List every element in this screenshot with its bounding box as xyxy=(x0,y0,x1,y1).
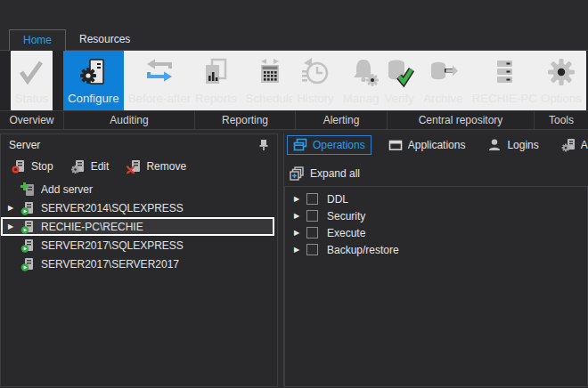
server-rack-icon xyxy=(489,55,519,89)
operations-tree: ▶ DDL ▶ Security ▶ Execute ▶ Backup/rest… xyxy=(284,186,588,387)
server-gear-icon xyxy=(561,138,576,152)
tree-item-execute[interactable]: ▶ Execute xyxy=(285,224,587,241)
tree-item-label: DDL xyxy=(327,193,348,206)
tab-logins[interactable]: Logins xyxy=(482,135,543,155)
app-window: Home Resources Status Overview xyxy=(0,0,588,388)
expand-arrow-icon[interactable]: ▶ xyxy=(290,195,303,203)
tree-item-label: Backup/restore xyxy=(327,244,399,256)
tree-item-label: SERVER2017\SQLEXPRESS xyxy=(41,239,184,252)
tab-applications-label: Applications xyxy=(408,139,466,151)
window-icon xyxy=(388,138,403,152)
tree-item-add-server[interactable]: ▶ Add server xyxy=(1,180,277,198)
tree-item-rechie-pc-rechie[interactable]: ▶ RECHIE-PC\RECHIE xyxy=(1,217,274,236)
expand-arrow-icon[interactable]: ▶ xyxy=(4,222,17,230)
server-running-icon xyxy=(20,257,35,271)
expand-arrow-icon[interactable]: ▶ xyxy=(290,212,303,220)
ribbon-group-label-overview: Overview xyxy=(0,110,63,129)
history-label: History xyxy=(297,92,333,105)
tab-home[interactable]: Home xyxy=(9,29,66,51)
archive-label: Archive xyxy=(423,92,462,105)
audit-tab-bar: Operations Applications xyxy=(284,133,588,157)
tree-item-label: SERVER2017\SERVER2017 xyxy=(41,258,179,271)
gear-icon xyxy=(546,55,576,89)
server-running-icon xyxy=(20,201,35,215)
tab-operations[interactable]: Operations xyxy=(287,135,372,155)
tree-item-backup-restore[interactable]: ▶ Backup/restore xyxy=(285,241,587,258)
configure-button[interactable]: Configure xyxy=(63,51,124,110)
tree-item-label: SERVER2014\SQLEXPRESS xyxy=(41,202,184,214)
tree-item-server2017-server2017[interactable]: ▶ SERVER2017\SERVER2017 xyxy=(1,255,277,273)
swap-arrows-icon xyxy=(144,55,175,89)
tab-all[interactable]: All xyxy=(556,135,588,155)
ribbon-group-label-auditing: Auditing xyxy=(64,110,194,129)
configure-server-icon xyxy=(78,55,109,89)
database-check-icon xyxy=(384,55,414,89)
options-button[interactable]: Options xyxy=(536,51,586,110)
ddl-checkbox[interactable] xyxy=(306,193,318,205)
server-panel: Server Stop xyxy=(0,133,278,387)
execute-checkbox[interactable] xyxy=(306,227,318,238)
ribbon-group-label-alerting: Alerting xyxy=(296,110,387,129)
tree-item-server2017-sqlexpress[interactable]: ▶ SERVER2017\SQLEXPRESS xyxy=(1,236,277,255)
cascade-windows-icon xyxy=(293,138,307,152)
reports-button[interactable]: Reports xyxy=(191,51,241,110)
report-pages-icon xyxy=(200,55,231,89)
backup-restore-checkbox[interactable] xyxy=(306,244,318,255)
edit-label: Edit xyxy=(91,160,110,173)
schedule-label: Schedule xyxy=(246,92,296,105)
tree-item-server2014-sqlexpress[interactable]: ▶ SERVER2014\SQLEXPRESS xyxy=(1,198,277,217)
ribbon-group-auditing: Configure Before-after Auditing xyxy=(64,51,195,129)
before-after-button[interactable]: Before-after xyxy=(124,51,195,110)
edit-server-button[interactable]: Edit xyxy=(71,159,110,174)
expand-arrow-icon[interactable]: ▶ xyxy=(290,246,303,254)
expand-arrow-icon[interactable]: ▶ xyxy=(290,229,303,237)
ribbon-group-alerting: History Manage xyxy=(296,51,388,129)
archive-button[interactable]: Archive xyxy=(419,51,467,110)
ribbon-group-reporting: Reports xyxy=(195,51,296,129)
ribbon-group-label-central-repository: Central repository xyxy=(388,110,534,129)
tab-applications[interactable]: Applications xyxy=(383,135,471,155)
user-icon xyxy=(487,138,502,152)
server-panel-header: Server xyxy=(1,134,277,155)
server-toolbar: Stop Edit xyxy=(1,155,277,177)
ribbon-group-central-repository: Verify Archive xyxy=(388,51,535,129)
bell-gear-icon xyxy=(349,55,380,89)
remove-label: Remove xyxy=(146,160,186,173)
server-running-icon xyxy=(20,220,35,234)
tree-item-security[interactable]: ▶ Security xyxy=(285,207,587,224)
server-gear-icon xyxy=(71,159,86,174)
expand-all-button[interactable]: Expand all xyxy=(290,165,588,182)
tab-resources[interactable]: Resources xyxy=(66,29,143,51)
verify-label: Verify xyxy=(384,92,413,105)
status-button[interactable]: Status xyxy=(11,51,53,110)
tree-item-label: Security xyxy=(327,210,365,222)
before-after-label: Before-after xyxy=(128,92,191,105)
server-tree: ▶ Add server ▶ xyxy=(1,179,277,386)
pin-icon[interactable] xyxy=(258,139,269,151)
rechie-pc-button[interactable]: RECHIE-PC xyxy=(468,51,542,110)
check-icon xyxy=(16,55,46,89)
expand-all-label: Expand all xyxy=(310,167,360,180)
expand-arrow-icon[interactable]: ▶ xyxy=(4,204,17,212)
server-remove-icon xyxy=(127,159,141,174)
configure-label: Configure xyxy=(68,92,119,105)
server-running-icon xyxy=(20,238,35,253)
schedule-button[interactable]: Schedule xyxy=(241,51,300,110)
audit-panel: Operations Applications xyxy=(283,133,588,387)
verify-button[interactable]: Verify xyxy=(380,51,419,110)
tab-logins-label: Logins xyxy=(507,139,538,151)
history-clock-icon xyxy=(300,55,331,89)
stop-server-button[interactable]: Stop xyxy=(12,159,53,174)
remove-server-button[interactable]: Remove xyxy=(127,159,186,174)
expand-all-icon xyxy=(290,166,304,181)
ribbon-group-label-reporting: Reporting xyxy=(195,110,295,129)
history-button[interactable]: History xyxy=(292,51,338,110)
tree-item-label: RECHIE-PC\RECHIE xyxy=(41,221,143,233)
tree-item-ddl[interactable]: ▶ DDL xyxy=(285,190,587,207)
security-checkbox[interactable] xyxy=(306,210,318,222)
ribbon-group-overview: Status Overview xyxy=(0,51,64,129)
add-server-icon xyxy=(20,182,35,197)
tab-operations-label: Operations xyxy=(313,139,365,151)
ribbon-tab-bar: Home Resources xyxy=(9,29,143,51)
calendar-icon xyxy=(255,55,285,89)
